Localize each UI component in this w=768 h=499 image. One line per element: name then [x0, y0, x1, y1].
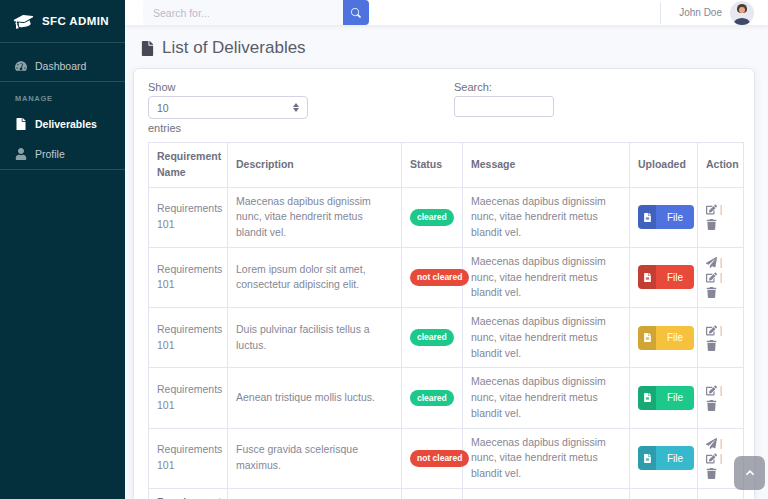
main-area: John Doe List of Deliverables Show 10 — [125, 0, 768, 499]
deliverables-card: Show 10 entries Search: — [133, 68, 755, 499]
up-down-arrows-icon — [293, 103, 299, 112]
status-cell: cleared — [402, 308, 463, 368]
status-cell: cleared — [402, 187, 463, 247]
column-header-status[interactable]: Status — [402, 143, 463, 188]
status-cell: cleared — [402, 368, 463, 428]
scroll-to-top-button[interactable] — [734, 456, 765, 490]
column-header-requirement-name[interactable]: Requirement Name — [149, 143, 228, 188]
file-button[interactable]: File — [638, 446, 694, 470]
footer-header-status: Status — [402, 488, 463, 499]
uploaded-cell: File — [630, 308, 698, 368]
edit-icon[interactable] — [706, 270, 717, 285]
status-badge: not cleared — [410, 269, 469, 286]
sidebar-item-dashboard[interactable]: Dashboard — [0, 51, 125, 81]
trash-icon[interactable] — [706, 466, 717, 481]
search-button[interactable] — [343, 0, 369, 25]
user-menu[interactable]: John Doe — [660, 1, 754, 25]
paper-plane-icon[interactable] — [706, 436, 717, 451]
footer-header-uploaded: Uploaded — [630, 488, 698, 499]
sidebar-divider — [0, 42, 125, 43]
footer-header-description: Description — [228, 488, 402, 499]
page-size-value: 10 — [157, 102, 169, 114]
table-row: Requirements 101 Aenean tristique mollis… — [149, 368, 744, 428]
brand-title: SFC ADMIN — [42, 15, 109, 27]
sidebar-item-deliverables[interactable]: Deliverables — [0, 109, 125, 139]
page-title-text: List of Deliverables — [162, 38, 306, 58]
chevron-up-icon — [744, 467, 756, 479]
column-header-message[interactable]: Message — [463, 143, 630, 188]
description-cell: Duis pulvinar facilisis tellus a luctus. — [228, 308, 402, 368]
edit-icon[interactable] — [706, 383, 717, 398]
page-size-select[interactable]: 10 — [148, 96, 308, 119]
file-button-label: File — [656, 386, 694, 410]
filter-control: Search: — [454, 81, 554, 134]
file-alt-icon — [638, 386, 656, 410]
action-cell: | — [698, 187, 744, 247]
footer-header-requirement-name: Requirement Name — [149, 488, 228, 499]
trash-icon[interactable] — [706, 285, 717, 300]
trash-icon[interactable] — [706, 398, 717, 413]
trash-icon[interactable] — [706, 338, 717, 353]
sidebar-divider — [0, 169, 125, 170]
table-filter-input[interactable] — [454, 96, 554, 117]
file-alt-icon — [638, 446, 656, 470]
search-icon — [351, 8, 361, 18]
user-icon — [15, 148, 27, 160]
table-row: Requirements 101 Duis pulvinar facilisis… — [149, 308, 744, 368]
sidebar-item-label: Dashboard — [35, 60, 86, 72]
requirement-name-cell: Requirements 101 — [149, 187, 228, 247]
topbar-search — [143, 0, 369, 25]
requirement-name-cell: Requirements 101 — [149, 368, 228, 428]
column-header-description[interactable]: Description — [228, 143, 402, 188]
file-button[interactable]: File — [638, 205, 694, 229]
uploaded-cell: File — [630, 187, 698, 247]
file-button[interactable]: File — [638, 326, 694, 350]
description-cell: Fusce gravida scelerisque maximus. — [228, 428, 402, 488]
status-badge: cleared — [410, 329, 454, 346]
sidebar-item-profile[interactable]: Profile — [0, 139, 125, 169]
file-button[interactable]: File — [638, 265, 694, 289]
status-badge: cleared — [410, 390, 454, 407]
file-button[interactable]: File — [638, 386, 694, 410]
trash-icon[interactable] — [706, 217, 717, 232]
page-title: List of Deliverables — [140, 38, 755, 58]
file-alt-icon — [638, 326, 656, 350]
description-cell: Maecenas dapibus dignissim nunc, vitae h… — [228, 187, 402, 247]
message-cell: Maecenas dapibus dignissim nunc, vitae h… — [463, 428, 630, 488]
table-controls: Show 10 entries Search: — [148, 81, 740, 134]
column-header-action[interactable]: Action — [698, 143, 744, 188]
edit-icon[interactable] — [706, 323, 717, 338]
entries-label: entries — [148, 122, 308, 134]
table-row: Requirements 101 Maecenas dapibus dignis… — [149, 187, 744, 247]
file-button-label: File — [656, 446, 694, 470]
user-name: John Doe — [679, 7, 722, 18]
file-button-label: File — [656, 265, 694, 289]
file-button-label: File — [656, 205, 694, 229]
status-cell: not cleared — [402, 428, 463, 488]
page-content: List of Deliverables Show 10 entries Sea… — [125, 25, 768, 499]
length-control: Show 10 entries — [148, 81, 308, 134]
sidebar-brand[interactable]: SFC ADMIN — [0, 0, 125, 42]
file-icon — [140, 41, 155, 56]
topbar: John Doe — [125, 0, 768, 25]
uploaded-cell: File — [630, 247, 698, 307]
footer-header-message: Message — [463, 488, 630, 499]
paper-plane-icon[interactable] — [706, 255, 717, 270]
deliverables-table: Requirement Name Description Status Mess… — [148, 142, 744, 499]
edit-icon[interactable] — [706, 202, 717, 217]
uploaded-cell: File — [630, 368, 698, 428]
topbar-divider — [660, 2, 661, 24]
sidebar-item-label: Deliverables — [35, 118, 97, 130]
table-foot: Requirement Name Description Status Mess… — [149, 488, 744, 499]
file-icon — [15, 118, 27, 130]
footer-header-action: Action — [698, 488, 744, 499]
edit-icon[interactable] — [706, 451, 717, 466]
requirement-name-cell: Requirements 101 — [149, 428, 228, 488]
requirement-name-cell: Requirements 101 — [149, 308, 228, 368]
search-input[interactable] — [143, 0, 343, 25]
table-body: Requirements 101 Maecenas dapibus dignis… — [149, 187, 744, 488]
show-label: Show — [148, 81, 308, 93]
column-header-uploaded[interactable]: Uploaded — [630, 143, 698, 188]
sidebar: SFC ADMIN Dashboard MANAGE Deliverables … — [0, 0, 125, 499]
tachometer-icon — [15, 60, 27, 72]
